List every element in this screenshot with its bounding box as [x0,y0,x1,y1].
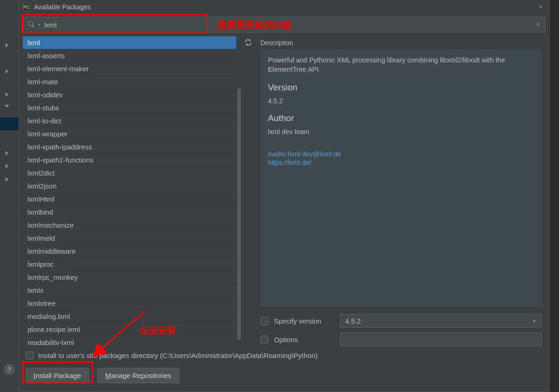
package-item[interactable]: lxml-odidev [23,88,236,101]
author-heading: Author [268,113,534,123]
package-item[interactable]: lxmlxtree [23,297,236,310]
search-dropdown-icon[interactable]: ▾ [38,22,41,27]
tree-expand-icon [6,43,8,47]
install-package-button[interactable]: Install Package [26,368,89,383]
pycharm-icon: PC [23,3,30,11]
description-heading: Description [260,36,542,49]
chevron-down-icon: ▼ [532,318,537,324]
scrollbar-thumb[interactable] [237,88,241,340]
package-item[interactable]: lxmlx [23,284,236,297]
tree-collapse-icon [5,105,9,108]
package-item[interactable]: lxml-asserts [23,49,236,62]
clear-search-icon[interactable]: × [532,20,545,29]
package-description: Powerful and Pythonic XML processing lib… [268,56,534,74]
bg-selection-highlight [0,117,19,130]
package-item[interactable]: lxml2dict [23,167,236,180]
package-item[interactable]: lxml-xpath2-functions [23,154,236,167]
package-item[interactable]: lxml-wrapper [23,128,236,141]
search-icon [28,21,35,28]
package-item[interactable]: plone.recipe.lxml [23,323,236,336]
package-item[interactable]: lxmlHtml [23,193,236,206]
tree-expand-icon [6,164,8,169]
package-item[interactable]: lxmlbind [23,206,236,219]
package-homepage-link[interactable]: https://lxml.de/ [268,159,534,166]
search-input[interactable] [44,17,532,32]
package-item[interactable]: medialog.lxml [23,310,236,323]
options-label: Options [274,336,334,344]
specify-version-checkbox[interactable] [260,317,268,325]
package-item[interactable]: lxml-mate [23,75,236,88]
tree-expand-icon [6,69,8,74]
specify-version-select[interactable]: 4.5.2 ▼ [340,314,542,328]
package-details-panel: Powerful and Pythonic XML processing lib… [260,49,542,307]
options-input[interactable] [340,332,542,346]
version-heading: Version [268,82,534,93]
ide-background-gutter [0,0,19,392]
search-field[interactable]: ▾ × [23,17,545,33]
package-item[interactable]: lxmlrpc_monkey [23,271,236,284]
dialog-titlebar: PC Available Packages × [19,0,549,14]
refresh-button[interactable] [242,36,255,349]
options-checkbox[interactable] [260,336,268,344]
package-item[interactable]: lxml [23,36,236,49]
tree-expand-icon [6,92,8,97]
package-list[interactable]: lxmllxml-assertslxml-element-makerlxml-m… [23,36,236,349]
package-item[interactable]: lxml-stubs [23,101,236,115]
install-user-label: Install to user's site packages director… [38,351,318,359]
package-item[interactable]: lxmlmiddleware [23,245,236,258]
package-item[interactable]: lxmlproc [23,258,236,271]
specify-version-value: 4.5.2 [345,317,361,325]
package-item[interactable]: lxmlmechanize [23,219,236,232]
tree-expand-icon [6,177,8,182]
install-user-checkbox[interactable] [26,351,34,359]
refresh-icon [244,38,252,47]
package-item[interactable]: lxml-element-maker [23,62,236,75]
package-version: 4.5.2 [268,97,534,105]
help-icon[interactable]: ? [4,364,15,375]
tree-expand-icon [6,151,8,155]
package-item[interactable]: lxmlmeld [23,232,236,245]
package-item[interactable]: lxml2json [23,180,236,193]
package-item[interactable]: readabilitv-lxml [23,336,236,349]
specify-version-label: Specify version [274,317,334,325]
dialog-title: Available Packages [34,3,91,11]
package-mailto-link[interactable]: mailto:lxml-dev@lxml.de [268,150,534,158]
package-list-scrollbar[interactable] [236,36,242,349]
package-item[interactable]: lxml-to-dict [23,115,236,128]
close-icon[interactable]: × [536,3,545,11]
package-author: lxml dev team [268,128,534,135]
package-item[interactable]: lxml-xpath-ipaddress [23,141,236,154]
available-packages-dialog: PC Available Packages × ▾ × lxmllxml-ass… [19,0,550,392]
manage-repositories-button[interactable]: Manage Repositories [97,368,179,383]
